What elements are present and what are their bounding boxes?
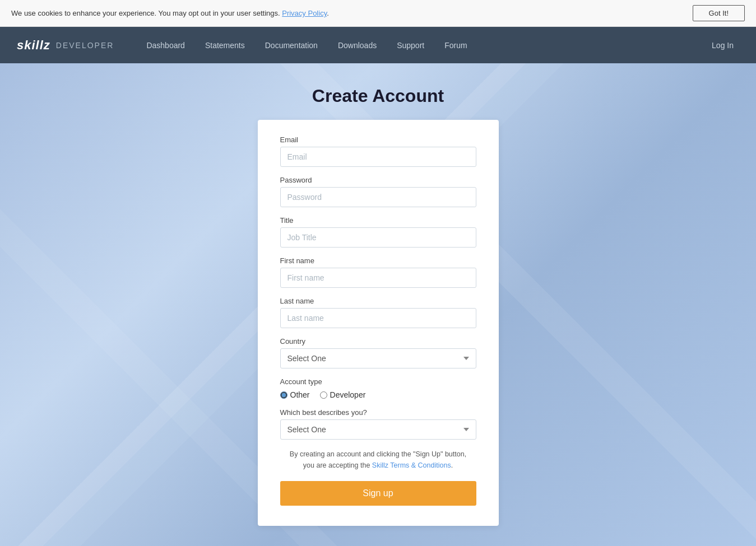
email-input[interactable] [280,147,476,167]
main-background: Create Account Email Password Title Firs… [0,63,756,546]
account-type-group: Account type Other Developer [280,377,476,399]
country-label: Country [280,337,476,346]
page-title: Create Account [312,86,444,106]
describes-label: Which best describes you? [280,408,476,417]
title-group: Title [280,216,476,248]
describes-select[interactable]: Select One [280,419,476,440]
got-it-button[interactable]: Got It! [693,5,745,21]
radio-developer-input[interactable] [320,391,327,399]
nav-developer-label: DEVELOPER [56,41,114,50]
terms-line2: you are accepting the [303,461,370,469]
privacy-policy-link[interactable]: Privacy Policy [282,9,327,17]
radio-developer-option[interactable]: Developer [320,390,366,399]
nav-link-support[interactable]: Support [387,27,434,63]
login-link[interactable]: Log In [706,41,739,50]
title-label: Title [280,216,476,225]
radio-developer-label: Developer [330,390,366,399]
nav-link-downloads[interactable]: Downloads [328,27,387,63]
terms-text: By creating an account and clicking the … [280,449,476,471]
job-title-input[interactable] [280,227,476,248]
email-label: Email [280,136,476,144]
nav-link-dashboard[interactable]: Dashboard [136,27,195,63]
signup-button[interactable]: Sign up [280,481,476,506]
cookie-text: We use cookies to enhance your experienc… [11,9,280,17]
radio-other-option[interactable]: Other [280,390,310,399]
cookie-banner-text: We use cookies to enhance your experienc… [11,9,693,17]
terms-line1: By creating an account and clicking the … [290,450,466,458]
nav-link-forum[interactable]: Forum [434,27,477,63]
cookie-banner: We use cookies to enhance your experienc… [0,0,756,27]
describes-group: Which best describes you? Select One [280,408,476,440]
nav-link-documentation[interactable]: Documentation [255,27,328,63]
country-group: Country Select One [280,337,476,368]
first-name-label: First name [280,256,476,265]
skillz-logo: skillz [17,38,50,53]
terms-link[interactable]: Skillz Terms & Conditions [372,461,451,469]
nav-links: Dashboard Statements Documentation Downl… [136,27,706,63]
last-name-input[interactable] [280,308,476,328]
country-select[interactable]: Select One [280,348,476,368]
email-group: Email [280,136,476,167]
account-type-label: Account type [280,377,476,386]
nav-logo: skillz DEVELOPER [17,38,114,53]
first-name-group: First name [280,256,476,288]
nav-link-statements[interactable]: Statements [195,27,255,63]
first-name-input[interactable] [280,268,476,288]
radio-other-label: Other [290,390,310,399]
password-group: Password [280,176,476,207]
create-account-form-card: Email Password Title First name Last nam… [258,120,499,526]
account-type-radio-group: Other Developer [280,390,476,399]
last-name-label: Last name [280,297,476,305]
radio-other-input[interactable] [280,391,287,399]
navigation: skillz DEVELOPER Dashboard Statements Do… [0,27,756,63]
last-name-group: Last name [280,297,476,328]
password-input[interactable] [280,187,476,207]
terms-period: . [451,461,453,469]
password-label: Password [280,176,476,184]
